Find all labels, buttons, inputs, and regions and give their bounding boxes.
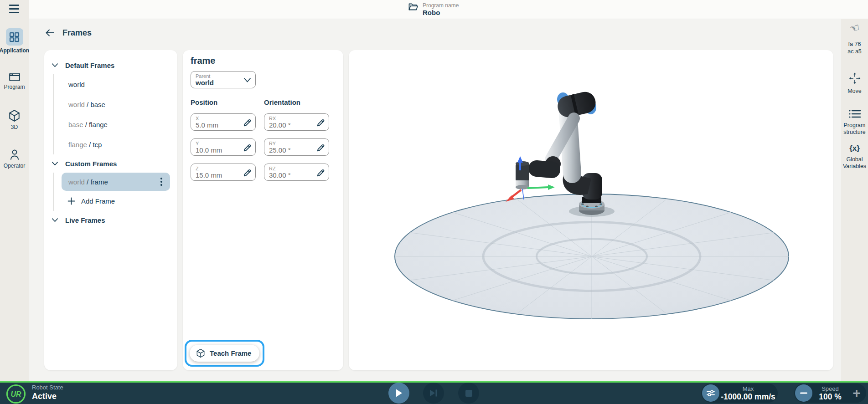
program-name-value: Robo — [423, 9, 459, 17]
speed-increase-button[interactable]: + — [848, 384, 865, 402]
program-info: Program name Robo — [408, 2, 459, 17]
chevron-down-icon — [52, 62, 58, 68]
orientation-ry-field[interactable]: RY 25.00 ° — [264, 138, 329, 156]
position-column: Position X 5.0 mm Y 10.0 mm — [191, 98, 256, 189]
sliders-icon — [706, 389, 715, 397]
page-header: Frames — [44, 27, 92, 38]
sidebar-item-label: 3D — [11, 124, 18, 130]
chevron-down-icon — [52, 217, 58, 223]
edit-pencil-icon[interactable] — [316, 118, 326, 128]
sidebar-item-label: Move — [847, 88, 862, 95]
frame-editor-panel: frame Parent world Position X 5.0 mm — [183, 50, 343, 370]
robot-state-value: Active — [32, 391, 63, 401]
speed-readout: Speed 100 % — [812, 385, 848, 401]
skip-icon — [429, 389, 438, 397]
max-label: Max — [743, 385, 754, 392]
chevron-down-icon — [243, 77, 251, 83]
list-icon — [848, 109, 861, 119]
speed-label: Speed — [822, 385, 839, 392]
svg-text:UR: UR — [10, 390, 21, 398]
play-icon — [395, 389, 403, 398]
viewport-3d[interactable] — [349, 50, 833, 370]
sidebar-item-operator[interactable]: Operator — [0, 148, 29, 169]
back-arrow-icon — [45, 28, 55, 37]
footer-bar: UR Robot State Active Max -1000.00 mm/s — [0, 381, 868, 404]
sidebar-item-3d[interactable]: 3D — [0, 109, 29, 130]
sidebar-item-application[interactable]: Application — [0, 28, 29, 54]
max-speed-readout: Max -1000.00 mm/s — [719, 385, 777, 401]
frame-title: frame — [191, 56, 336, 66]
teach-frame-button[interactable]: Teach Frame — [190, 345, 259, 362]
sidebar-item-global-variables[interactable]: {x} Global Variables — [841, 144, 868, 170]
orientation-rz-field[interactable]: RZ 30.00 ° — [264, 164, 329, 181]
left-sidebar: Application Program 3D Operator — [0, 0, 29, 381]
step-button[interactable] — [423, 383, 444, 404]
tree-section-custom-frames[interactable]: Custom Frames — [44, 154, 177, 173]
chevron-down-icon — [52, 161, 58, 166]
parent-frame-dropdown[interactable]: Parent world — [191, 71, 256, 88]
sidebar-item-label: Application — [0, 47, 29, 54]
custom-frames-items: world / frame Add Frame — [53, 173, 177, 211]
teach-frame-focus-ring: Teach Frame — [185, 340, 264, 367]
max-value: -1000.00 mm/s — [721, 392, 775, 401]
sidebar-item-label: Program — [4, 84, 25, 90]
speed-pill: Speed 100 % + — [794, 384, 866, 403]
stop-button[interactable] — [458, 383, 479, 404]
robot-state-label: Robot State — [32, 384, 63, 391]
folder-icon — [408, 2, 418, 11]
dropdown-value: world — [196, 79, 251, 87]
edit-pencil-icon[interactable] — [243, 168, 252, 178]
kebab-menu-icon[interactable] — [156, 176, 166, 188]
add-frame-button[interactable]: Add Frame — [54, 191, 177, 211]
back-button[interactable] — [44, 27, 55, 38]
edit-pencil-icon[interactable] — [316, 168, 326, 178]
orientation-header: Orientation — [264, 98, 329, 106]
stop-icon — [465, 389, 473, 397]
sidebar-item-program-structure[interactable]: Program structure — [841, 109, 868, 136]
plus-icon — [67, 197, 75, 205]
position-z-field[interactable]: Z 15.0 mm — [191, 164, 256, 181]
tree-item-world-frame[interactable]: world / frame — [62, 173, 170, 191]
orientation-rx-field[interactable]: RX 20.00 ° — [264, 113, 329, 131]
max-speed-pill: Max -1000.00 mm/s — [701, 384, 778, 403]
minus-icon — [800, 392, 807, 394]
program-name-label: Program name — [423, 2, 459, 9]
speed-value: 100 % — [819, 392, 842, 401]
dropdown-label: Parent — [196, 73, 251, 79]
robot-3d-scene — [349, 50, 833, 370]
move-arrows-icon — [848, 72, 861, 85]
position-y-field[interactable]: Y 10.0 mm — [191, 138, 256, 156]
tree-item-flange-tcp[interactable]: flange / tcp — [54, 134, 177, 154]
sidebar-item-program[interactable]: Program — [0, 72, 29, 90]
speed-settings-button[interactable] — [702, 384, 719, 402]
default-frames-items: world world / base base / flange flange … — [53, 74, 177, 154]
robot-state: Robot State Active — [32, 384, 63, 401]
edit-pencil-icon[interactable] — [316, 143, 326, 153]
variables-icon: {x} — [849, 144, 860, 153]
pointer-status: ☜ — [841, 23, 868, 34]
play-button[interactable] — [388, 383, 409, 404]
serial-text: fa 76 ac a5 — [841, 41, 868, 55]
tree-section-live-frames[interactable]: Live Frames — [44, 211, 177, 229]
right-sidebar: ☜ fa 76 ac a5 Move Program str — [841, 19, 868, 381]
page-title: Frames — [62, 28, 92, 38]
frames-tree-panel: Default Frames world world / base base /… — [44, 50, 177, 370]
position-header: Position — [191, 98, 256, 106]
top-bar: Program name Robo — [0, 0, 868, 19]
hamburger-menu-icon[interactable] — [9, 5, 19, 13]
tree-item-world-base[interactable]: world / base — [54, 94, 177, 114]
edit-pencil-icon[interactable] — [243, 118, 252, 128]
sidebar-item-label: Program structure — [842, 122, 868, 136]
person-icon — [9, 148, 21, 161]
ur-logo: UR — [6, 384, 26, 404]
grid-icon — [9, 32, 20, 42]
tree-item-world[interactable]: world — [54, 74, 177, 94]
speed-decrease-button[interactable] — [795, 384, 812, 402]
hand-pointer-icon: ☜ — [848, 22, 861, 35]
position-x-field[interactable]: X 5.0 mm — [191, 113, 256, 131]
sidebar-item-move[interactable]: Move — [841, 72, 868, 95]
edit-pencil-icon[interactable] — [243, 143, 252, 153]
tree-item-base-flange[interactable]: base / flange — [54, 114, 177, 134]
tree-section-default-frames[interactable]: Default Frames — [44, 56, 177, 74]
cube-icon — [196, 348, 205, 358]
